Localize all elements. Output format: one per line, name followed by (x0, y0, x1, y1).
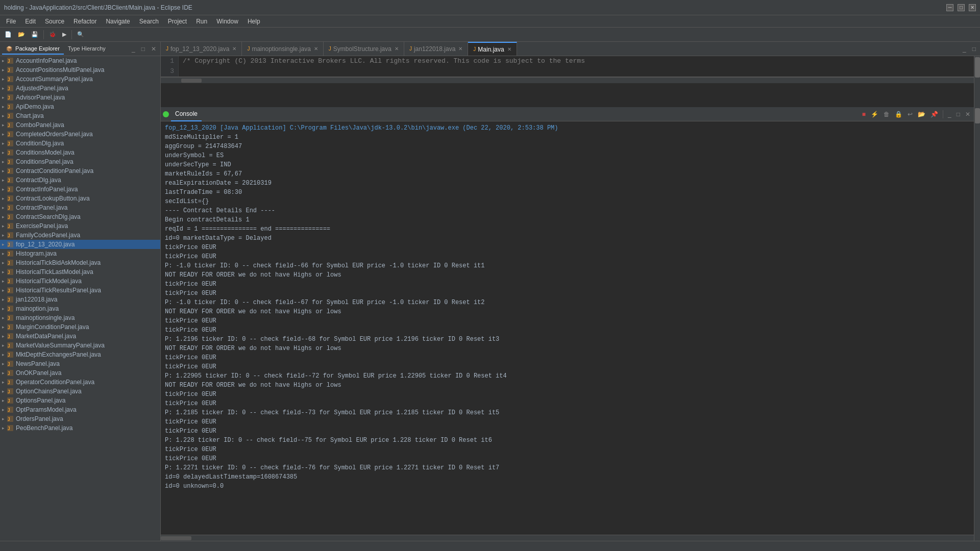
tree-item[interactable]: ▸JHistoricalTickLastModel.java (0, 267, 160, 277)
tree-item[interactable]: ▸JMarketDataPanel.java (0, 332, 160, 341)
toolbar-search[interactable]: 🔍 (75, 30, 87, 39)
menu-edit[interactable]: Edit (21, 17, 40, 26)
tree-item[interactable]: ▸JConditionsPanel.java (0, 157, 160, 166)
mainoptionsingle-tab-close[interactable]: ✕ (314, 46, 318, 52)
menu-help[interactable]: Help (243, 17, 264, 26)
tree-item[interactable]: ▸JContractSearchDlg.java (0, 212, 160, 221)
console-scroll-lock-btn[interactable]: 🔒 (893, 110, 904, 119)
tree-item[interactable]: ▸JCompletedOrdersPanel.java (0, 130, 160, 139)
tab-type-hierarchy[interactable]: Type Hierarchy (64, 43, 110, 55)
tree-item[interactable]: ▸JComboPanel.java (0, 120, 160, 130)
tab-mainoptionsingle[interactable]: J mainoptionsingle.java ✕ (242, 42, 323, 56)
tree-item[interactable]: ▸JHistogram.java (0, 249, 160, 258)
tree-item[interactable]: ▸JAdvisorPanel.java (0, 93, 160, 102)
menu-navigate[interactable]: Navigate (102, 17, 134, 26)
console-maximize-btn[interactable]: □ (955, 110, 962, 119)
symbolstructure-tab-close[interactable]: ✕ (395, 46, 399, 52)
panel-close-btn[interactable]: ✕ (149, 44, 158, 54)
console-disconnect-btn[interactable]: ⚡ (869, 110, 880, 119)
editor-minimize-btn[interactable]: _ (961, 44, 968, 54)
tree-item[interactable]: ▸JContractInfoPanel.java (0, 185, 160, 194)
close-button[interactable]: ✕ (969, 4, 976, 11)
tree-item[interactable]: ▸JOperatorConditionPanel.java (0, 378, 160, 387)
code-editor[interactable]: 1 /* Copyright (C) 2013 Interactive Brok… (161, 56, 974, 77)
tab-main[interactable]: J Main.java ✕ (468, 42, 517, 56)
tree-item[interactable]: ▸JContractPanel.java (0, 203, 160, 212)
menu-project[interactable]: Project (164, 17, 191, 26)
jan122018-tab-close[interactable]: ✕ (458, 46, 462, 52)
tree-item[interactable]: ▸JMarginConditionPanel.java (0, 322, 160, 332)
java-file-icon: J (6, 57, 14, 65)
tree-item[interactable]: ▸JConditionDlg.java (0, 139, 160, 148)
toolbar-save[interactable]: 💾 (29, 30, 41, 39)
tree-item[interactable]: ▸JContractDlg.java (0, 176, 160, 185)
tree-item[interactable]: ▸JExercisePanel.java (0, 221, 160, 231)
editor-vert-scroll[interactable] (974, 56, 980, 107)
editor-maximize-btn[interactable]: □ (970, 44, 978, 54)
tree-item[interactable]: ▸Jmainoption.java (0, 304, 160, 313)
toolbar-new[interactable]: 📄 (2, 30, 14, 39)
tree-item[interactable]: ▸JOptionChainsPanel.java (0, 387, 160, 396)
tree-item[interactable]: ▸JContractConditionPanel.java (0, 166, 160, 176)
panel-minimize-btn[interactable]: _ (130, 44, 137, 54)
menu-run[interactable]: Run (192, 17, 211, 26)
tree-item[interactable]: ▸JChart.java (0, 111, 160, 120)
menu-source[interactable]: Source (41, 17, 68, 26)
tree-item[interactable]: ▸JAccountInfoPanel.java (0, 56, 160, 65)
toolbar-debug[interactable]: 🐞 (46, 30, 59, 39)
console-close-btn[interactable]: ✕ (964, 110, 972, 119)
tree-item[interactable]: ▸JAccountSummaryPanel.java (0, 74, 160, 84)
tab-package-explorer[interactable]: 📦 Package Explorer (2, 43, 64, 55)
tab-console[interactable]: Console (171, 107, 202, 121)
tree-item[interactable]: ▸JOptionsPanel.java (0, 396, 160, 405)
tab-symbolstructure[interactable]: J SymbolStructure.java ✕ (324, 42, 404, 56)
console-output[interactable]: fop_12_13_2020 [Java Application] C:\Pro… (161, 121, 974, 535)
menu-file[interactable]: File (2, 17, 20, 26)
tab-jan122018[interactable]: J jan122018.java ✕ (404, 42, 468, 56)
minimize-button[interactable]: ─ (946, 4, 953, 11)
tree-item[interactable]: ▸Jmainoptionsingle.java (0, 313, 160, 322)
menu-refactor[interactable]: Refactor (69, 17, 101, 26)
console-word-wrap-btn[interactable]: ↩ (906, 110, 914, 119)
tree-arrow-icon: ▸ (0, 178, 6, 183)
tree-item[interactable]: ▸JAdjustedPanel.java (0, 84, 160, 93)
menu-window[interactable]: Window (212, 17, 242, 26)
maximize-button[interactable]: □ (958, 4, 965, 11)
tree-item[interactable]: ▸JFamilyCodesPanel.java (0, 231, 160, 240)
console-pin-btn[interactable]: 📌 (929, 110, 940, 119)
tree-item[interactable]: ▸JOnOKPanel.java (0, 368, 160, 378)
tree-item[interactable]: ▸JAccountPositionsMultiPanel.java (0, 65, 160, 74)
tree-item[interactable]: ▸JContractLookupButton.java (0, 194, 160, 203)
console-line: P: 1.2271 ticker ID: 0 -- check field--7… (165, 463, 970, 472)
tree-item[interactable]: ▸JApiDemo.java (0, 102, 160, 111)
toolbar-run[interactable]: ▶ (60, 30, 69, 39)
tree-item[interactable]: ▸JPeoBenchPanel.java (0, 423, 160, 433)
tree-item[interactable]: ▸JOrdersPanel.java (0, 414, 160, 423)
console-scrollbar-h[interactable] (161, 535, 974, 541)
tree-item[interactable]: ▸Jjan122018.java (0, 295, 160, 304)
tree-item[interactable]: ▸JHistoricalTickBidAskModel.java (0, 258, 160, 267)
tree-item[interactable]: ▸JConditionsModel.java (0, 148, 160, 157)
tree-item[interactable]: ▸JNewsPanel.java (0, 359, 160, 368)
editor-vert-scroll-thumb[interactable] (975, 57, 980, 78)
tree-item[interactable]: ▸JMktDepthExchangesPanel.java (0, 350, 160, 359)
tree-item[interactable]: ▸JMarketValueSummaryPanel.java (0, 341, 160, 350)
console-vert-scroll[interactable] (974, 107, 980, 541)
file-tree[interactable]: ▸JAccountInfoPanel.java▸JAccountPosition… (0, 56, 160, 541)
tree-item[interactable]: ▸JOptParamsModel.java (0, 405, 160, 414)
console-stop-btn[interactable]: ■ (861, 110, 867, 119)
panel-maximize-btn[interactable]: □ (139, 44, 147, 54)
console-minimize-btn[interactable]: _ (946, 110, 953, 119)
console-open-file-btn[interactable]: 📂 (916, 110, 927, 119)
tab-fop[interactable]: J fop_12_13_2020.java ✕ (161, 42, 242, 56)
main-tab-close[interactable]: ✕ (507, 46, 511, 52)
menu-search[interactable]: Search (135, 17, 163, 26)
console-clear-btn[interactable]: 🗑 (882, 110, 891, 119)
tree-item[interactable]: ▸JHistoricalTickResultsPanel.java (0, 286, 160, 295)
editor-scrollbar-h[interactable] (161, 77, 974, 83)
console-vert-scroll-thumb[interactable] (975, 108, 980, 123)
fop-tab-close[interactable]: ✕ (232, 46, 236, 52)
toolbar-open[interactable]: 📂 (15, 30, 28, 39)
tree-item[interactable]: ▸JHistoricalTickModel.java (0, 277, 160, 286)
tree-item[interactable]: ▸Jfop_12_13_2020.java (0, 240, 160, 249)
